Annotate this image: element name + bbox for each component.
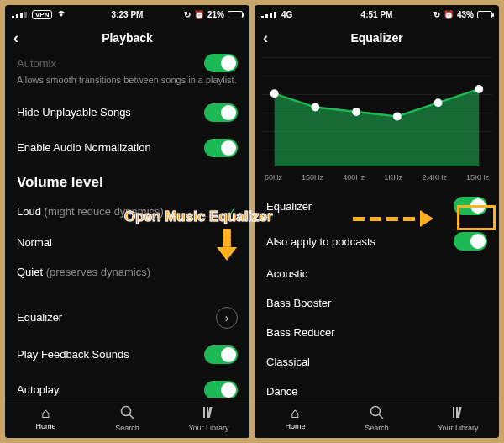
status-time: 4:51 PM — [361, 10, 393, 19]
hide-unplayable-label: Hide Unplayable Songs — [17, 106, 131, 119]
header: ‹ Playback — [5, 24, 249, 52]
volume-option-quiet[interactable]: Quiet (preserves dynamics) — [5, 257, 249, 287]
feedback-toggle[interactable] — [204, 345, 238, 364]
page-title: Playback — [102, 31, 153, 45]
svg-rect-3 — [24, 12, 27, 18]
callout-arrow-down — [217, 229, 237, 262]
automix-row-label: Automix — [17, 57, 56, 70]
tab-library[interactable]: Your Library — [417, 398, 499, 438]
carrier-text: 4G — [281, 10, 292, 19]
svg-point-17 — [434, 98, 443, 107]
chevron-right-icon[interactable]: › — [216, 307, 238, 329]
equalizer-toggle-label: Equalizer — [266, 200, 312, 213]
callout-arrow-right — [353, 210, 433, 227]
autoplay-toggle[interactable] — [204, 381, 238, 398]
vpn-badge: VPN — [32, 10, 52, 19]
signal-icon — [261, 11, 278, 18]
hide-unplayable-toggle[interactable] — [204, 103, 238, 122]
svg-rect-12 — [274, 12, 276, 18]
autoplay-label: Autoplay — [17, 383, 60, 396]
lock-icon: ↻ — [433, 10, 440, 19]
status-bar: VPN 3:23 PM ↻ ⏰ 21% — [5, 5, 249, 24]
home-icon: ⌂ — [41, 406, 50, 420]
svg-line-20 — [379, 414, 383, 419]
lock-icon: ↻ — [184, 10, 191, 19]
status-time: 3:23 PM — [112, 10, 144, 19]
tab-library[interactable]: Your Library — [168, 398, 249, 438]
svg-point-14 — [312, 103, 320, 112]
battery-text: 21% — [207, 10, 224, 19]
svg-rect-10 — [265, 14, 268, 18]
equalizer-row[interactable]: Equalizer › — [5, 298, 249, 337]
eq-freq-labels: 60Hz 150Hz 400Hz 1KHz 2.4KHz 15KHz — [255, 170, 499, 188]
search-icon — [370, 405, 384, 422]
callout-highlight — [457, 205, 496, 230]
preset-acoustic[interactable]: Acoustic — [255, 259, 499, 288]
status-bar: 4G 4:51 PM ↻ ⏰ 43% — [255, 5, 499, 24]
svg-rect-2 — [20, 13, 23, 18]
automix-desc: Allows smooth transitions between songs … — [5, 74, 249, 95]
svg-rect-0 — [12, 16, 14, 18]
svg-point-15 — [352, 108, 360, 116]
battery-icon — [228, 11, 243, 18]
svg-point-4 — [122, 406, 131, 415]
svg-rect-1 — [16, 14, 18, 18]
preset-bass-booster[interactable]: Bass Booster — [255, 288, 499, 318]
preset-classical[interactable]: Classical — [255, 347, 499, 377]
battery-text: 43% — [457, 10, 474, 19]
tabbar: ⌂ Home Search Your Library — [5, 398, 249, 438]
feedback-label: Play Feedback Sounds — [17, 348, 129, 361]
tabbar: ⌂ Home Search Your Library — [255, 398, 499, 438]
volume-option-normal[interactable]: Normal — [5, 228, 249, 257]
home-icon: ⌂ — [291, 406, 299, 420]
podcasts-toggle-label: Also apply to podcasts — [266, 235, 375, 248]
tab-home[interactable]: ⌂ Home — [255, 398, 336, 438]
tab-home[interactable]: ⌂ Home — [5, 398, 87, 438]
battery-icon — [477, 11, 492, 18]
svg-line-5 — [129, 414, 134, 419]
svg-point-13 — [270, 89, 279, 98]
automix-toggle[interactable] — [204, 54, 238, 72]
tab-search[interactable]: Search — [336, 398, 417, 438]
preset-dance[interactable]: Dance — [255, 377, 499, 398]
svg-point-16 — [393, 112, 402, 120]
svg-rect-21 — [453, 407, 454, 418]
header: ‹ Equalizer — [255, 24, 499, 52]
preset-bass-reducer[interactable]: Bass Reducer — [255, 318, 499, 347]
svg-rect-6 — [203, 407, 205, 418]
podcasts-toggle[interactable] — [454, 232, 487, 251]
svg-point-19 — [371, 406, 381, 415]
wifi-icon — [55, 9, 67, 19]
audio-normalization-toggle[interactable] — [204, 139, 238, 157]
back-button[interactable]: ‹ — [13, 29, 18, 47]
back-button[interactable]: ‹ — [263, 29, 268, 47]
audio-normalization-label: Enable Audio Normalization — [17, 141, 151, 154]
tab-search[interactable]: Search — [87, 398, 168, 438]
callout-text: Open Music Equalizer — [124, 208, 273, 225]
equalizer-chart[interactable] — [261, 57, 492, 166]
volume-section-title: Volume level — [5, 166, 249, 196]
svg-rect-11 — [270, 13, 272, 18]
search-icon — [120, 405, 134, 422]
page-title: Equalizer — [350, 31, 402, 45]
svg-point-18 — [475, 85, 483, 93]
library-icon — [202, 405, 216, 422]
alarm-icon: ⏰ — [194, 10, 204, 19]
signal-icon — [12, 11, 29, 18]
alarm-icon: ⏰ — [444, 10, 454, 19]
svg-rect-9 — [261, 16, 264, 18]
library-icon — [451, 405, 465, 422]
